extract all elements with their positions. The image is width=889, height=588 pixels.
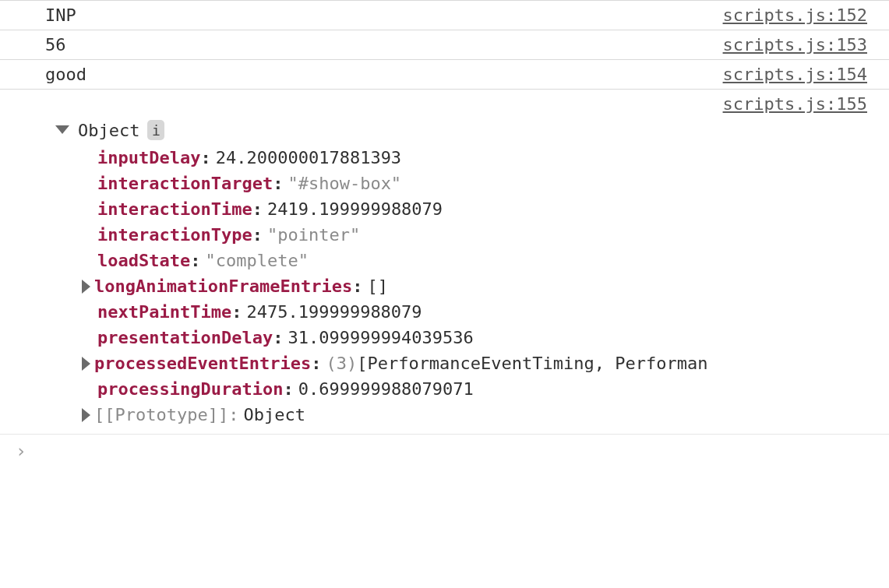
property-key: nextPaintTime (97, 302, 231, 322)
property-value: 0.699999988079071 (298, 379, 474, 399)
console-log-row[interactable]: good scripts.js:154 (0, 60, 889, 90)
chevron-right-icon[interactable] (82, 357, 90, 371)
property-key: [[Prototype]] (94, 405, 228, 424)
console-log-row-object: scripts.js:155 Object i inputDelay: 24.2… (0, 90, 889, 434)
chevron-down-icon[interactable] (55, 125, 69, 134)
property-row[interactable]: longAnimationFrameEntries: [] (80, 273, 889, 299)
object-label: Object (78, 121, 139, 140)
property-key: longAnimationFrameEntries (94, 276, 352, 296)
property-value: [PerformanceEventTiming, Performan (357, 354, 707, 373)
property-value: 31.099999994039536 (288, 328, 473, 347)
property-value: "pointer" (267, 225, 360, 245)
property-key: interactionTime (97, 199, 252, 219)
console-log-row[interactable]: 56 scripts.js:153 (0, 30, 889, 60)
console-panel: INP scripts.js:152 56 scripts.js:153 goo… (0, 0, 889, 467)
info-icon[interactable]: i (147, 120, 164, 140)
property-row[interactable]: nextPaintTime: 2475.199999988079 (80, 299, 889, 325)
chevron-right-icon[interactable] (82, 408, 90, 422)
chevron-right-icon[interactable] (82, 280, 90, 294)
property-key: processedEventEntries (94, 354, 311, 373)
property-key: presentationDelay (97, 328, 273, 347)
property-row[interactable]: loadState: "complete" (80, 248, 889, 273)
property-row[interactable]: inputDelay: 24.200000017881393 (80, 145, 889, 171)
property-row[interactable]: processingDuration: 0.699999988079071 (80, 376, 889, 402)
log-message: INP (45, 5, 76, 25)
log-source-link[interactable]: scripts.js:154 (723, 65, 867, 84)
property-value: 2475.199999988079 (246, 302, 422, 322)
property-row[interactable]: interactionTime: 2419.199999988079 (80, 196, 889, 222)
log-source-link[interactable]: scripts.js:153 (723, 35, 867, 55)
property-key: loadState (97, 251, 190, 270)
property-value: 24.200000017881393 (216, 148, 401, 167)
property-key: inputDelay (97, 148, 200, 167)
property-row[interactable]: processedEventEntries: (3) [PerformanceE… (80, 350, 889, 376)
property-key: interactionTarget (97, 174, 273, 193)
log-source-link[interactable]: scripts.js:152 (723, 5, 867, 25)
console-input-row[interactable]: › (0, 434, 889, 467)
property-row[interactable]: presentationDelay: 31.099999994039536 (80, 325, 889, 350)
property-value: "complete" (205, 251, 308, 270)
property-row[interactable]: interactionType: "pointer" (80, 222, 889, 248)
property-row[interactable]: interactionTarget: "#show-box" (80, 171, 889, 196)
property-value: "#show-box" (288, 174, 401, 193)
property-value: [] (367, 276, 388, 296)
property-key: interactionType (97, 225, 252, 245)
property-row[interactable]: [[Prototype]]: Object (80, 402, 889, 428)
log-source-link[interactable]: scripts.js:155 (723, 94, 867, 114)
property-value: Object (243, 405, 305, 424)
property-value: 2419.199999988079 (267, 199, 443, 219)
object-header[interactable]: Object i (55, 120, 889, 140)
caret-right-icon: › (16, 441, 26, 461)
object-properties: inputDelay: 24.200000017881393 interacti… (55, 140, 889, 428)
property-key: processingDuration (97, 379, 283, 399)
log-message: 56 (45, 35, 66, 55)
property-count: (3) (326, 354, 357, 373)
console-log-row[interactable]: INP scripts.js:152 (0, 0, 889, 30)
log-message: good (45, 65, 86, 84)
